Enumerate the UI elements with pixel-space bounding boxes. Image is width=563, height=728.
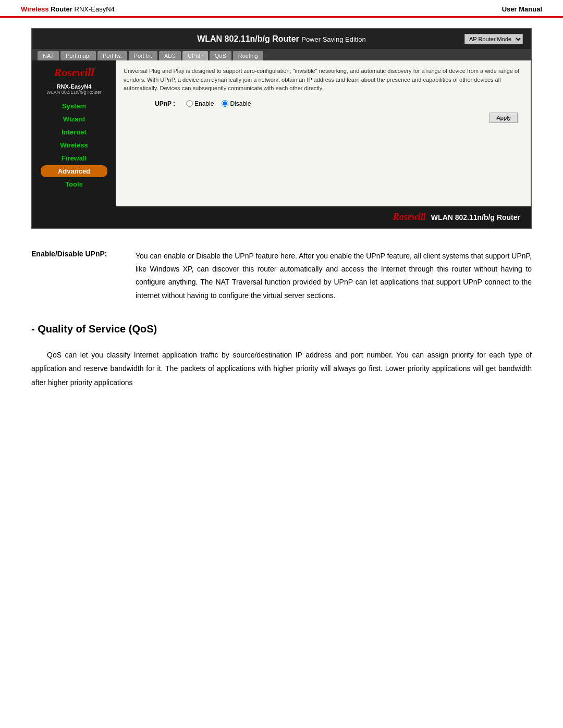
header-right: User Manual (502, 5, 542, 13)
doc-content: Enable/Disable UPnP: You can enable or D… (0, 239, 563, 400)
router-model-sub: WLAN 802.11n/b/g Router (46, 90, 102, 95)
radio-disable-label[interactable]: Disable (222, 100, 251, 107)
radio-disable[interactable] (222, 100, 228, 107)
tab-nat[interactable]: NAT (38, 51, 59, 60)
sidebar-item-internet[interactable]: Internet (32, 126, 116, 138)
upnp-radio-group: Enable Disable (186, 100, 251, 107)
tab-routing[interactable]: Routing (233, 51, 263, 60)
section-title-qos: - Quality of Service (QoS) (31, 323, 532, 338)
router-ui: WLAN 802.11n/b/g Router Power Saving Edi… (31, 28, 532, 229)
apply-button[interactable]: Apply (489, 113, 518, 123)
router-footer: Rosewill WLAN 802.11n/b/g Router (32, 206, 531, 228)
tab-porttri[interactable]: Port tri. (129, 51, 157, 60)
radio-enable-text: Enable (194, 100, 214, 107)
router-mode-select[interactable]: AP Router Mode (464, 34, 523, 44)
enable-text: You can enable or Disable the UPnP featu… (136, 250, 532, 302)
upnp-form-row: UPnP : Enable Disable (124, 100, 523, 107)
router-logo: Rosewill (54, 66, 94, 79)
enable-label: Enable/Disable UPnP: (31, 250, 125, 302)
tab-portfw[interactable]: Port fw. (97, 51, 127, 60)
router-content: Rosewill RNX-EasyN4 WLAN 802.11n/b/g Rou… (32, 60, 531, 206)
apply-btn-row: Apply (124, 113, 523, 123)
sidebar-item-firewall[interactable]: Firewall (32, 152, 116, 164)
tab-qos[interactable]: QoS (210, 51, 231, 60)
tab-alg[interactable]: ALG (159, 51, 181, 60)
header-model: RNX-EasyN4 (75, 5, 115, 13)
router-title-pse: Power Saving Edition (301, 35, 366, 43)
qos-description: QoS can let you classify Internet applic… (31, 348, 532, 390)
router-nav-tabs: NAT Port map. Port fw. Port tri. ALG UPn… (32, 49, 531, 60)
radio-enable-label[interactable]: Enable (186, 100, 214, 107)
sidebar-item-wizard[interactable]: Wizard (32, 113, 116, 125)
radio-enable[interactable] (186, 100, 193, 107)
router-main: Universal Plug and Play is designed to s… (116, 60, 531, 206)
upnp-label: UPnP : (155, 100, 181, 107)
footer-model: WLAN 802.11n/b/g Router (431, 213, 520, 221)
router-title: WLAN 802.11n/b/g Router Power Saving Edi… (197, 34, 366, 44)
enable-disable-section: Enable/Disable UPnP: You can enable or D… (31, 250, 532, 302)
tab-upnp[interactable]: UPnP (182, 51, 208, 60)
router-top-bar: WLAN 802.11n/b/g Router Power Saving Edi… (32, 29, 531, 49)
header-left: Wireless Router RNX-EasyN4 (21, 5, 115, 13)
page-header: Wireless Router RNX-EasyN4 User Manual (0, 0, 563, 18)
sidebar-item-wireless[interactable]: Wireless (32, 139, 116, 151)
sidebar-item-system[interactable]: System (32, 100, 116, 112)
rosewill-logo: Rosewill (54, 66, 94, 79)
sidebar-nav: System Wizard Internet Wireless Firewall… (32, 100, 116, 190)
tab-portmap[interactable]: Port map. (60, 51, 96, 60)
header-router: Router (51, 5, 72, 13)
router-model: RNX-EasyN4 (57, 83, 92, 90)
sidebar-item-advanced[interactable]: Advanced (41, 165, 107, 177)
upnp-description: Universal Plug and Play is designed to s… (124, 67, 523, 93)
radio-disable-text: Disable (230, 100, 251, 107)
header-wireless: Wireless (21, 5, 48, 13)
sidebar-item-tools[interactable]: Tools (32, 178, 116, 190)
router-title-wlan: WLAN 802.11n/b/g Router (197, 34, 299, 43)
router-sidebar: Rosewill RNX-EasyN4 WLAN 802.11n/b/g Rou… (32, 60, 116, 206)
footer-logo: Rosewill (393, 212, 426, 223)
